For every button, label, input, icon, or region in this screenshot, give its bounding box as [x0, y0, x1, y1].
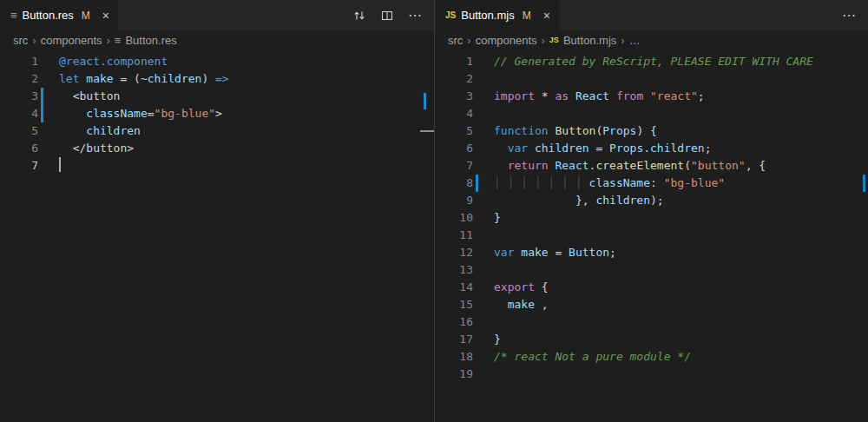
- breadcrumb-separator: ›: [107, 34, 110, 47]
- code-text: var children = Props.children;: [494, 140, 712, 157]
- line-number: 7: [435, 157, 473, 175]
- code-line[interactable]: 7: [0, 157, 434, 175]
- editor-actions-right: ⋯: [842, 0, 868, 30]
- line-number: 4: [0, 105, 38, 122]
- line-number: 14: [435, 279, 473, 296]
- line-number: 12: [435, 244, 473, 261]
- more-actions-icon[interactable]: ⋯: [842, 9, 856, 23]
- breadcrumb-item[interactable]: components: [476, 34, 537, 47]
- breadcrumb-label: …: [629, 34, 641, 47]
- code-line[interactable]: 9 }, children);: [435, 192, 868, 209]
- breadcrumb-separator: ›: [542, 34, 545, 47]
- git-modified-marker: [41, 88, 43, 105]
- line-number: 1: [435, 53, 473, 70]
- breadcrumb-item[interactable]: src: [448, 34, 463, 47]
- breadcrumb-item[interactable]: components: [41, 34, 102, 47]
- code-line[interactable]: 11: [435, 227, 868, 244]
- code-text: }: [494, 209, 501, 227]
- breadcrumb-item[interactable]: JSButton.mjs: [549, 34, 616, 47]
- code-line[interactable]: 12var make = Button;: [435, 244, 868, 261]
- gutter-spacer: [476, 209, 478, 227]
- line-number: 1: [0, 53, 38, 70]
- code-line[interactable]: 16: [435, 313, 868, 331]
- code-text: return React.createElement("button", {: [494, 157, 766, 175]
- code-line[interactable]: 2: [435, 70, 868, 88]
- line-number: 6: [435, 140, 473, 157]
- line-number: 2: [435, 70, 473, 88]
- code-line[interactable]: 18/* react Not a pure module */: [435, 348, 868, 366]
- breadcrumb-label: Button.mjs: [563, 34, 616, 47]
- gutter-spacer: [476, 261, 478, 279]
- code-text: function Button(Props) {: [494, 122, 657, 140]
- gutter-spacer: [476, 122, 478, 140]
- code-line[interactable]: 15 make ,: [435, 296, 868, 313]
- code-line[interactable]: 7 return React.createElement("button", {: [435, 157, 868, 175]
- open-changes-icon[interactable]: [352, 9, 366, 23]
- more-actions-icon[interactable]: ⋯: [408, 9, 422, 23]
- breadcrumb-separator: ›: [621, 34, 624, 47]
- editor-actions-left: ⋯: [352, 0, 434, 30]
- gutter-spacer: [41, 157, 43, 175]
- tab-button-res[interactable]: ≡ Button.res M ×: [0, 0, 118, 30]
- git-modified-marker: [41, 105, 43, 122]
- line-number: 2: [0, 70, 38, 88]
- code-line[interactable]: 3 <button: [0, 88, 434, 105]
- gutter-spacer: [476, 192, 478, 209]
- line-number: 16: [435, 313, 473, 331]
- gutter-spacer: [476, 244, 478, 261]
- code-line[interactable]: 5function Button(Props) {: [435, 122, 868, 140]
- modified-badge: M: [82, 10, 90, 22]
- close-tab-button[interactable]: ×: [543, 9, 550, 23]
- git-modified-marker: [476, 175, 478, 192]
- code-text: export {: [494, 279, 549, 296]
- code-line[interactable]: 10}: [435, 209, 868, 227]
- code-text: // Generated by ReScript, PLEASE EDIT WI…: [494, 53, 813, 70]
- code-line[interactable]: 19: [435, 366, 868, 383]
- code-line[interactable]: 4 className="bg-blue">: [0, 105, 434, 122]
- line-number: 4: [435, 105, 473, 122]
- code-line[interactable]: 6 </button>: [0, 140, 434, 157]
- gutter-spacer: [476, 348, 478, 366]
- line-number: 18: [435, 348, 473, 366]
- breadcrumb-label: components: [41, 34, 102, 47]
- code-line[interactable]: 8│ │ │ │ │ │ │ className: "bg-blue": [435, 175, 868, 192]
- breadcrumb-label: components: [476, 34, 537, 47]
- code-editor-javascript[interactable]: 1// Generated by ReScript, PLEASE EDIT W…: [435, 49, 868, 383]
- code-line[interactable]: 14export {: [435, 279, 868, 296]
- tab-button-mjs[interactable]: JS Button.mjs M ×: [435, 0, 559, 30]
- file-icon: ≡: [115, 34, 122, 47]
- code-line[interactable]: 1// Generated by ReScript, PLEASE EDIT W…: [435, 53, 868, 70]
- breadcrumb-item[interactable]: src: [13, 34, 28, 47]
- breadcrumb-item[interactable]: ≡Button.res: [115, 34, 177, 47]
- file-icon: ≡: [10, 9, 17, 22]
- code-line[interactable]: 1@react.component: [0, 53, 434, 70]
- breadcrumb-item[interactable]: …: [629, 34, 641, 47]
- gutter-spacer: [41, 122, 43, 140]
- vscode-window: ≡ Button.res M × ⋯: [0, 0, 868, 422]
- breadcrumb-label: src: [13, 34, 28, 47]
- code-line[interactable]: 5 children: [0, 122, 434, 140]
- line-number: 6: [0, 140, 38, 157]
- code-line[interactable]: 2let make = (~children) =>: [0, 70, 434, 88]
- javascript-icon: JS: [445, 10, 456, 20]
- code-line[interactable]: 4: [435, 105, 868, 122]
- gutter-spacer: [476, 105, 478, 122]
- code-text: import * as React from "react";: [494, 88, 705, 105]
- code-line[interactable]: 6 var children = Props.children;: [435, 140, 868, 157]
- line-number: 19: [435, 366, 473, 383]
- line-number: 8: [435, 175, 473, 192]
- line-number: 5: [435, 122, 473, 140]
- line-number: 5: [0, 122, 38, 140]
- code-text: /* react Not a pure module */: [494, 348, 691, 366]
- code-text: </button>: [59, 140, 134, 157]
- gutter-spacer: [476, 313, 478, 331]
- split-editor-icon[interactable]: [380, 9, 394, 23]
- code-line[interactable]: 3import * as React from "react";: [435, 88, 868, 105]
- code-line[interactable]: 17}: [435, 331, 868, 348]
- overview-ruler-modified-mark: [424, 93, 426, 109]
- code-editor-rescript[interactable]: 1@react.component2let make = (~children)…: [0, 49, 434, 175]
- close-tab-button[interactable]: ×: [102, 9, 109, 23]
- code-text: <button: [59, 88, 120, 105]
- code-line[interactable]: 13: [435, 261, 868, 279]
- javascript-icon: JS: [549, 36, 559, 44]
